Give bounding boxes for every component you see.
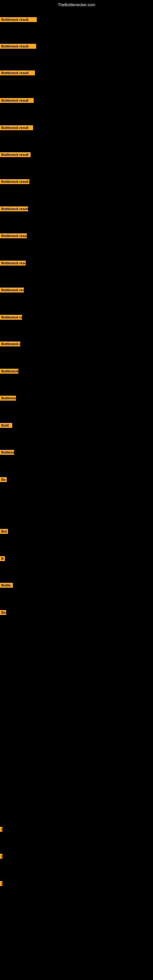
bottleneck-badge-16[interactable]: Bottlene xyxy=(0,450,14,455)
bottleneck-badge-17[interactable]: Bo xyxy=(0,477,7,482)
bottleneck-badge-23[interactable]: | xyxy=(0,854,2,859)
bottleneck-badge-19[interactable]: B xyxy=(0,556,5,561)
bottleneck-badge-7[interactable]: Bottleneck result xyxy=(0,207,28,211)
bottleneck-badge-6[interactable]: Bottleneck result xyxy=(0,179,29,184)
bottleneck-badge-22[interactable]: | xyxy=(0,827,2,832)
bottleneck-badge-15[interactable]: Bottl xyxy=(0,423,12,428)
bottleneck-badge-21[interactable]: Bo xyxy=(0,610,6,615)
bottleneck-badge-9[interactable]: Bottleneck result xyxy=(0,261,26,266)
bottleneck-badge-24[interactable]: | xyxy=(0,881,2,886)
site-title: TheBottlenecker.com xyxy=(0,2,153,7)
bottleneck-badge-13[interactable]: Bottleneck re xyxy=(0,369,18,374)
bottleneck-badge-20[interactable]: Bottle xyxy=(0,583,13,588)
bottleneck-badge-4[interactable]: Bottleneck result xyxy=(0,125,33,130)
bottleneck-badge-8[interactable]: Bottleneck result xyxy=(0,233,27,238)
bottleneck-badge-3[interactable]: Bottleneck result xyxy=(0,98,33,103)
bottleneck-badge-12[interactable]: Bottleneck res xyxy=(0,342,20,346)
bottleneck-badge-0[interactable]: Bottleneck result xyxy=(0,17,37,22)
bottleneck-badge-5[interactable]: Bottleneck result xyxy=(0,152,30,157)
bottleneck-badge-11[interactable]: Bottleneck res xyxy=(0,315,22,320)
bottleneck-badge-14[interactable]: Bottlenec xyxy=(0,396,16,401)
bottleneck-badge-1[interactable]: Bottleneck result xyxy=(0,44,36,49)
bottleneck-badge-2[interactable]: Bottleneck result xyxy=(0,70,35,75)
bottleneck-badge-10[interactable]: Bottleneck resul xyxy=(0,288,24,293)
bottleneck-badge-18[interactable]: Bot xyxy=(0,529,8,534)
